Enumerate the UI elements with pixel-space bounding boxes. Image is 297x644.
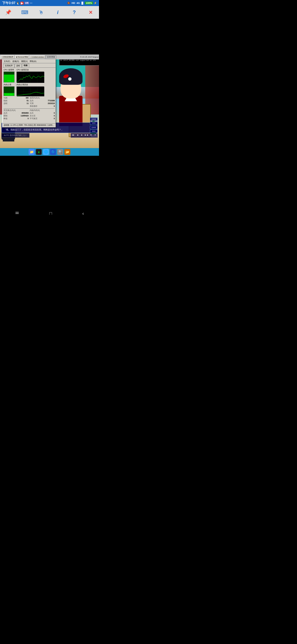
linux-icon: 🐧 [16, 2, 20, 5]
status-time: 下午3:07 [2, 1, 15, 6]
media-controls: ⏮ ◄ ► ►► ⚙ ✕ [71, 133, 98, 138]
pin-button[interactable]: 📌 [3, 7, 13, 17]
stat-sys-cache: 系统缓存 0 [30, 105, 55, 108]
mouse-button[interactable]: 🖱 [36, 7, 46, 17]
terminal-content: 14 (GCLP_HICON) not supported on oth [59, 59, 99, 66]
stats-col-kernel: 内核内存(K) 总共 0 未分页 0 不可换页 0 [30, 109, 55, 120]
taskbar-item-terminal[interactable]: ■ Terminal 终端 [15, 55, 29, 59]
stat-kernel-total: 总共 0 [30, 112, 55, 114]
nav-bar: ☰ □ ‹ [0, 209, 99, 215]
stat-page-peak: 峰值 0 [4, 118, 29, 120]
task-manager-window: 任务管理器 _ □ ✕ 文件(F) 选项(O) 视图(V) 帮助(H) 应用程序… [2, 54, 56, 127]
dock-item-terminal[interactable]: ▮ [36, 149, 42, 155]
mem-usage-label: 内存占用 [4, 83, 15, 86]
divider [4, 108, 55, 109]
dock-item-folder[interactable]: 📂 [64, 149, 70, 155]
options-menu[interactable]: 选项(O) [12, 60, 19, 63]
taskbar-item-taskmanager[interactable]: 任务管理器 [45, 55, 56, 59]
task-manager-menubar: 文件(F) 选项(O) 视图(V) 帮助(H) [3, 59, 56, 63]
back-nav-button[interactable]: ‹ [77, 210, 89, 215]
stats-col-physical: 物理内存(K) 总共 7710268 可用 2323216 系统缓存 0 [30, 97, 55, 108]
mem-mb-label: 6.26 MB [4, 94, 14, 95]
anime-character [58, 79, 84, 126]
stats-col-page: 页交换总共(K) 总共 6550850 限制 11855420 峰值 0 [4, 109, 29, 120]
save-button[interactable]: SAVE [90, 121, 98, 125]
taskbar-item-apps[interactable]: □ 所有应用程序 [1, 55, 15, 59]
play-button[interactable]: ► [80, 134, 84, 137]
dots-icon: ··· [30, 1, 32, 5]
tab-applications[interactable]: 应用程序 [3, 64, 14, 67]
battery-icon: 100% [85, 2, 93, 4]
prev-button[interactable]: ◄ [76, 134, 79, 137]
next-button[interactable]: ►► [84, 134, 88, 137]
qsave2-button[interactable]: QSAVE [90, 126, 98, 129]
close-mc-button[interactable]: ✕ [93, 134, 97, 137]
settings-mc-button[interactable]: ⚙ [89, 134, 93, 137]
dialog-text: 「哦。我敲过门了，但若您没有回应我。刚刚是在井会吗？」 [4, 129, 95, 131]
stat-processes: 进程 11 [4, 102, 29, 105]
stat-page-limit: 限制 11855420 [4, 115, 29, 117]
keyboard-button[interactable]: ⌨ [20, 7, 30, 17]
stat-phys-total: 总共 7710268 [30, 100, 55, 102]
stat-phys-avail: 可用 2323216 [30, 102, 55, 105]
stat-kernel-nonpageable: 不可换页 0 [30, 118, 55, 120]
view-menu[interactable]: 视图(V) [21, 60, 28, 63]
help-button[interactable]: ? [69, 7, 79, 17]
task-manager-tabs: 应用程序 进程 性能 [3, 63, 56, 68]
status-left: 下午3:07 🐧 ▶ VR ··· [2, 1, 32, 6]
taskbar-item-untitled[interactable]: □ Untitled window [29, 56, 45, 58]
menu-nav-button[interactable]: ☰ [10, 210, 24, 215]
cpu-usage-label: CPU 使用率 [4, 69, 15, 71]
tab-processes[interactable]: 进程 [15, 64, 22, 67]
status-bar: 下午3:07 🐧 ▶ VR ··· 🔕 HD 4G ▐▌ 100% ⚡ [0, 0, 99, 6]
signal-icon: ▐▌ [81, 2, 84, 4]
cpu-history-label: CPU 使用历史 [16, 69, 44, 71]
taskbar-clock: 六 15 1月, 15:07 fengxue [80, 56, 98, 58]
dock-item-globe[interactable]: 🔵 [50, 149, 56, 155]
help-menu[interactable]: 帮助(H) [30, 60, 36, 63]
mem-history-section: 内存占用历史 [16, 83, 44, 96]
info-button[interactable]: i [53, 7, 63, 17]
dock-item-browser[interactable]: 🌐 [43, 149, 49, 155]
mem-usage-graph: 6.26 MB [4, 86, 15, 96]
dock-item-files[interactable]: 📁 [29, 149, 35, 155]
stat-page-label: 页交换总共(K) [4, 109, 29, 112]
stat-page-total: 总共 6550850 [4, 112, 29, 114]
dock-item-search[interactable]: 🔍 [57, 149, 63, 155]
cpu-usage-graph: 75% [4, 72, 15, 83]
hd-icon: HD [71, 2, 76, 4]
cpu-percent-label: 75% [4, 80, 14, 82]
mem-usage-section: 内存占用 6.26 MB [4, 83, 15, 96]
skip-back-button[interactable]: ⏮ [71, 134, 75, 137]
windows-taskbar: □ 所有应用程序 ■ Terminal 终端 □ Untitled window… [0, 54, 99, 59]
task-manager-content: CPU 使用率 75% CPU 使用历史 [3, 68, 56, 121]
stat-kernel-unpaged: 未分页 0 [30, 115, 55, 117]
stat-kernel-label: 内核内存(K) [30, 109, 55, 112]
dialog-controls: QSAVE SAVE QSAVE SAVE [90, 118, 98, 133]
status-text: 进程数: 11 CPU 占用率: 75% 内存占用: 6580080KB / 1… [4, 124, 54, 127]
qsave-button[interactable]: QSAVE [90, 118, 98, 121]
stat-phys-label: 物理内存(K) [30, 97, 55, 99]
charge-icon: ⚡ [94, 2, 97, 4]
auto-bar: AUTO 遥控机构不解じない [1, 133, 29, 138]
stats-section-2: 页交换总共(K) 总共 6550850 限制 11855420 峰值 0 [4, 109, 55, 120]
home-nav-button[interactable]: □ [44, 210, 57, 215]
close-button[interactable]: × [86, 7, 96, 17]
black-bottom-space [0, 156, 99, 209]
stats-col-handles: 句柄 499 线程 51 进程 11 [4, 97, 29, 108]
toolbar: 📌 ⌨ 🖱 i ? × [0, 6, 99, 19]
video-icon: ▶ [20, 2, 24, 5]
save2-button[interactable]: SAVE [90, 130, 98, 133]
memory-row: 内存占用 6.26 MB 内存占用历史 [4, 83, 55, 96]
stat-handles: 句柄 499 [4, 97, 29, 99]
task-manager-statusbar: 进程数: 11 CPU 占用率: 75% 内存占用: 6580080KB / 1… [3, 123, 56, 127]
cpu-row: CPU 使用率 75% CPU 使用历史 [4, 69, 55, 83]
no-notify-icon: 🔕 [67, 2, 70, 4]
mem-history-label: 内存占用历史 [16, 83, 44, 86]
file-menu[interactable]: 文件(F) [4, 60, 10, 63]
bottom-dock: 📁 ▮ 🌐 🔵 🔍 📂 [0, 148, 99, 156]
tab-performance[interactable]: 性能 [22, 64, 29, 67]
vr-icon: VR [24, 2, 29, 4]
black-top-space [0, 19, 99, 54]
desktop: □ 所有应用程序 ■ Terminal 终端 □ Untitled window… [0, 54, 99, 148]
